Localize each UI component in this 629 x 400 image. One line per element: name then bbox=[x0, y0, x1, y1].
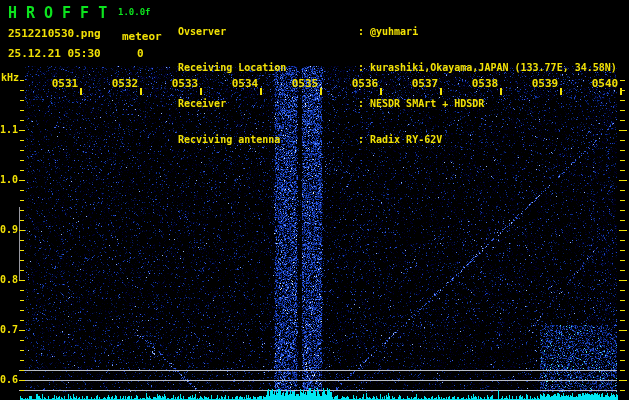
station-label: Ovserver bbox=[178, 26, 358, 38]
freq-tick-label: 1.0 bbox=[0, 174, 18, 185]
freq-tick-label: 0.6 bbox=[0, 374, 18, 385]
time-tick-label: 0536 bbox=[350, 77, 380, 90]
colon: : bbox=[358, 26, 370, 38]
app-title: HROFFT bbox=[8, 4, 116, 22]
freq-tick-label: 0.8 bbox=[0, 274, 18, 285]
station-row-location: Receiving Location:kurashiki,Okayama,JAP… bbox=[178, 62, 628, 74]
mode-label: meteor bbox=[122, 30, 162, 43]
station-row-observer: Ovserver:@yuhmari bbox=[178, 26, 628, 38]
station-row-antenna: Recviving antenna:Radix RY-62V bbox=[178, 134, 628, 146]
time-tick-label: 0532 bbox=[110, 77, 140, 90]
time-tick-label: 0537 bbox=[410, 77, 440, 90]
station-value: NESDR SMArt + HDSDR bbox=[370, 98, 484, 110]
freq-tick-label: 0.9 bbox=[0, 224, 18, 235]
station-value: Radix RY-62V bbox=[370, 134, 442, 146]
time-tick-label: 0538 bbox=[470, 77, 500, 90]
meteor-count: 0 bbox=[137, 47, 144, 60]
time-tick-label: 0539 bbox=[530, 77, 560, 90]
freq-tick-label: 0.7 bbox=[0, 324, 18, 335]
output-filename: 2512210530.png bbox=[8, 27, 101, 40]
station-label: Receiving Location bbox=[178, 62, 358, 74]
station-value: @yuhmari bbox=[370, 26, 418, 38]
colon: : bbox=[358, 98, 370, 110]
station-row-receiver: Receiver:NESDR SMArt + HDSDR bbox=[178, 98, 628, 110]
datetime-label: 25.12.21 05:30 bbox=[8, 47, 101, 60]
time-tick-label: 0534 bbox=[230, 77, 260, 90]
hrofft-screen: HROFFT 1.0.0f 2512210530.png meteor 25.1… bbox=[0, 0, 629, 400]
app-version: 1.0.0f bbox=[118, 7, 151, 17]
time-tick-label: 0531 bbox=[50, 77, 80, 90]
time-tick-label: 0533 bbox=[170, 77, 200, 90]
colon: : bbox=[358, 134, 370, 146]
station-label: Receiver bbox=[178, 98, 358, 110]
time-tick-label: 0540 bbox=[590, 77, 620, 90]
station-value: kurashiki,Okayama,JAPAN (133.77E, 34.58N… bbox=[370, 62, 617, 74]
station-label: Recviving antenna bbox=[178, 134, 358, 146]
freq-tick-label: 1.1 bbox=[0, 124, 18, 135]
colon: : bbox=[358, 62, 370, 74]
time-tick-label: 0535 bbox=[290, 77, 320, 90]
freq-axis-unit: kHz bbox=[1, 72, 19, 83]
